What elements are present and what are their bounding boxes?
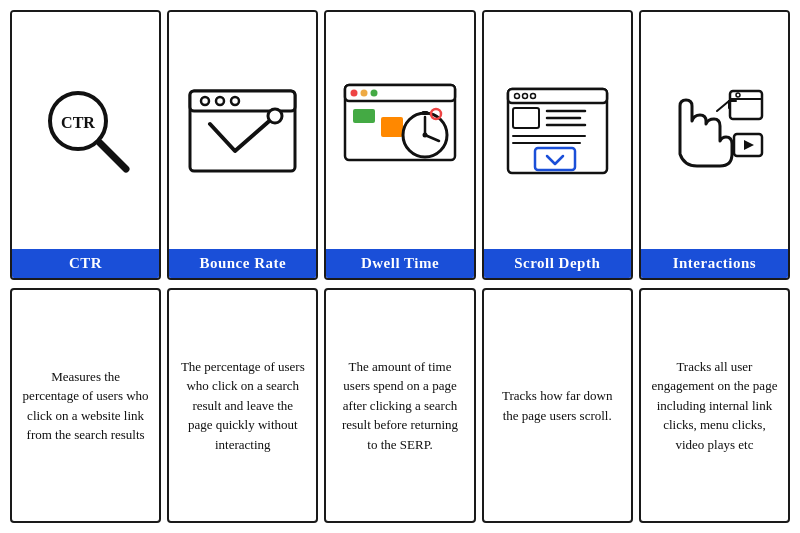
card-scroll-depth: Scroll Depth	[482, 10, 633, 280]
interactions-description: Tracks all user engagement on the page i…	[651, 357, 778, 455]
desc-dwell-time: The amount of time users spend on a page…	[324, 288, 475, 523]
scroll-depth-icon	[505, 86, 610, 176]
card-dwell-time: Dwell Time	[324, 10, 475, 280]
card-bounce-rate: Bounce Rate	[167, 10, 318, 280]
card-interactions: Interactions	[639, 10, 790, 280]
interactions-label: Interactions	[641, 249, 788, 278]
bounce-rate-label: Bounce Rate	[169, 249, 316, 278]
svg-rect-20	[422, 111, 428, 115]
dwell-time-icon	[343, 83, 458, 178]
svg-rect-34	[730, 91, 762, 119]
scroll-depth-description: Tracks how far down the page users scrol…	[494, 386, 621, 425]
main-container: CTR CTR	[0, 0, 800, 533]
scroll-depth-icon-area	[484, 12, 631, 249]
svg-point-13	[370, 90, 377, 97]
ctr-icon-area: CTR	[12, 12, 159, 249]
ctr-icon: CTR	[38, 83, 133, 178]
interactions-icon-area	[641, 12, 788, 249]
ctr-description: Measures the percentage of users who cli…	[22, 367, 149, 445]
bottom-row: Measures the percentage of users who cli…	[10, 288, 790, 523]
svg-point-12	[360, 90, 367, 97]
bounce-rate-icon-area	[169, 12, 316, 249]
interactions-icon	[662, 86, 767, 176]
svg-rect-4	[190, 91, 295, 111]
svg-rect-33	[535, 148, 575, 170]
bounce-rate-icon	[185, 86, 300, 176]
desc-bounce-rate: The percentage of users who click on a s…	[167, 288, 318, 523]
desc-interactions: Tracks all user engagement on the page i…	[639, 288, 790, 523]
desc-ctr: Measures the percentage of users who cli…	[10, 288, 161, 523]
ctr-label: CTR	[12, 249, 159, 278]
svg-rect-15	[381, 117, 403, 137]
dwell-time-label: Dwell Time	[326, 249, 473, 278]
desc-scroll-depth: Tracks how far down the page users scrol…	[482, 288, 633, 523]
svg-point-11	[350, 90, 357, 97]
svg-line-2	[100, 143, 126, 169]
dwell-time-description: The amount of time users spend on a page…	[336, 357, 463, 455]
svg-text:CTR: CTR	[61, 114, 95, 131]
scroll-depth-label: Scroll Depth	[484, 249, 631, 278]
svg-line-39	[717, 101, 729, 111]
svg-rect-14	[353, 109, 375, 123]
card-ctr: CTR CTR	[10, 10, 161, 280]
bounce-rate-description: The percentage of users who click on a s…	[179, 357, 306, 455]
svg-point-8	[268, 109, 282, 123]
top-row: CTR CTR	[10, 10, 790, 280]
dwell-time-icon-area	[326, 12, 473, 249]
